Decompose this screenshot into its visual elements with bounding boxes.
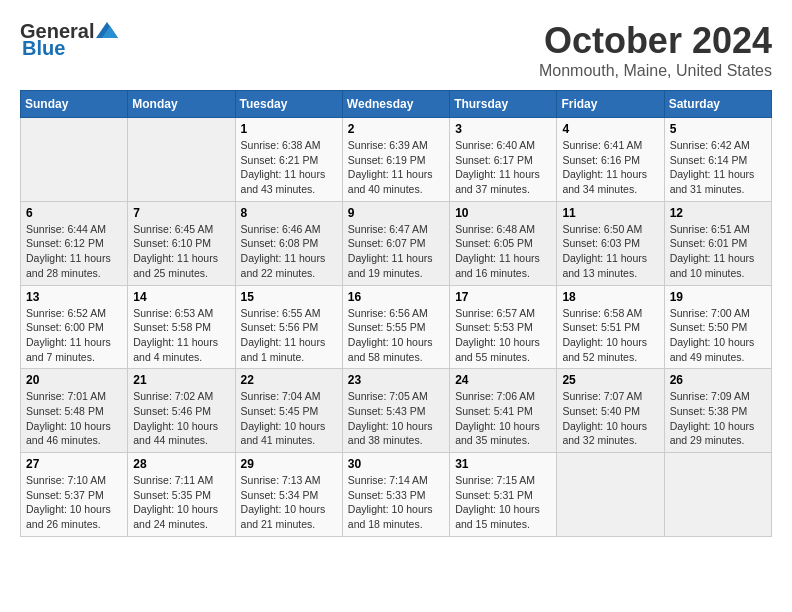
table-row: 30Sunrise: 7:14 AM Sunset: 5:33 PM Dayli… (342, 453, 449, 537)
day-info: Sunrise: 7:07 AM Sunset: 5:40 PM Dayligh… (562, 389, 658, 448)
table-row: 17Sunrise: 6:57 AM Sunset: 5:53 PM Dayli… (450, 285, 557, 369)
day-info: Sunrise: 7:00 AM Sunset: 5:50 PM Dayligh… (670, 306, 766, 365)
header-tuesday: Tuesday (235, 91, 342, 118)
weekday-header-row: Sunday Monday Tuesday Wednesday Thursday… (21, 91, 772, 118)
table-row: 13Sunrise: 6:52 AM Sunset: 6:00 PM Dayli… (21, 285, 128, 369)
page-header: General Blue October 2024 Monmouth, Main… (20, 20, 772, 80)
day-info: Sunrise: 6:38 AM Sunset: 6:21 PM Dayligh… (241, 138, 337, 197)
table-row: 19Sunrise: 7:00 AM Sunset: 5:50 PM Dayli… (664, 285, 771, 369)
logo-blue-text: Blue (22, 37, 65, 60)
day-info: Sunrise: 6:42 AM Sunset: 6:14 PM Dayligh… (670, 138, 766, 197)
day-info: Sunrise: 7:11 AM Sunset: 5:35 PM Dayligh… (133, 473, 229, 532)
day-number: 29 (241, 457, 337, 471)
day-number: 15 (241, 290, 337, 304)
day-number: 31 (455, 457, 551, 471)
calendar-week-1: 1Sunrise: 6:38 AM Sunset: 6:21 PM Daylig… (21, 118, 772, 202)
table-row: 26Sunrise: 7:09 AM Sunset: 5:38 PM Dayli… (664, 369, 771, 453)
day-info: Sunrise: 7:13 AM Sunset: 5:34 PM Dayligh… (241, 473, 337, 532)
table-row: 22Sunrise: 7:04 AM Sunset: 5:45 PM Dayli… (235, 369, 342, 453)
table-row: 29Sunrise: 7:13 AM Sunset: 5:34 PM Dayli… (235, 453, 342, 537)
day-number: 14 (133, 290, 229, 304)
day-number: 27 (26, 457, 122, 471)
table-row: 24Sunrise: 7:06 AM Sunset: 5:41 PM Dayli… (450, 369, 557, 453)
table-row: 31Sunrise: 7:15 AM Sunset: 5:31 PM Dayli… (450, 453, 557, 537)
table-row: 18Sunrise: 6:58 AM Sunset: 5:51 PM Dayli… (557, 285, 664, 369)
header-saturday: Saturday (664, 91, 771, 118)
day-number: 5 (670, 122, 766, 136)
day-info: Sunrise: 6:55 AM Sunset: 5:56 PM Dayligh… (241, 306, 337, 365)
day-info: Sunrise: 7:09 AM Sunset: 5:38 PM Dayligh… (670, 389, 766, 448)
table-row: 14Sunrise: 6:53 AM Sunset: 5:58 PM Dayli… (128, 285, 235, 369)
day-info: Sunrise: 6:41 AM Sunset: 6:16 PM Dayligh… (562, 138, 658, 197)
day-info: Sunrise: 7:14 AM Sunset: 5:33 PM Dayligh… (348, 473, 444, 532)
table-row (557, 453, 664, 537)
logo-icon (96, 22, 118, 38)
day-info: Sunrise: 7:04 AM Sunset: 5:45 PM Dayligh… (241, 389, 337, 448)
day-info: Sunrise: 6:40 AM Sunset: 6:17 PM Dayligh… (455, 138, 551, 197)
header-monday: Monday (128, 91, 235, 118)
header-thursday: Thursday (450, 91, 557, 118)
day-number: 20 (26, 373, 122, 387)
day-number: 9 (348, 206, 444, 220)
header-wednesday: Wednesday (342, 91, 449, 118)
calendar-week-3: 13Sunrise: 6:52 AM Sunset: 6:00 PM Dayli… (21, 285, 772, 369)
table-row: 28Sunrise: 7:11 AM Sunset: 5:35 PM Dayli… (128, 453, 235, 537)
table-row (128, 118, 235, 202)
day-info: Sunrise: 6:58 AM Sunset: 5:51 PM Dayligh… (562, 306, 658, 365)
day-info: Sunrise: 6:56 AM Sunset: 5:55 PM Dayligh… (348, 306, 444, 365)
day-info: Sunrise: 6:57 AM Sunset: 5:53 PM Dayligh… (455, 306, 551, 365)
table-row: 11Sunrise: 6:50 AM Sunset: 6:03 PM Dayli… (557, 201, 664, 285)
calendar-week-2: 6Sunrise: 6:44 AM Sunset: 6:12 PM Daylig… (21, 201, 772, 285)
day-number: 13 (26, 290, 122, 304)
table-row: 2Sunrise: 6:39 AM Sunset: 6:19 PM Daylig… (342, 118, 449, 202)
title-section: October 2024 Monmouth, Maine, United Sta… (539, 20, 772, 80)
day-number: 30 (348, 457, 444, 471)
table-row: 27Sunrise: 7:10 AM Sunset: 5:37 PM Dayli… (21, 453, 128, 537)
table-row: 10Sunrise: 6:48 AM Sunset: 6:05 PM Dayli… (450, 201, 557, 285)
table-row: 9Sunrise: 6:47 AM Sunset: 6:07 PM Daylig… (342, 201, 449, 285)
day-info: Sunrise: 6:51 AM Sunset: 6:01 PM Dayligh… (670, 222, 766, 281)
day-number: 24 (455, 373, 551, 387)
day-info: Sunrise: 7:01 AM Sunset: 5:48 PM Dayligh… (26, 389, 122, 448)
day-info: Sunrise: 6:48 AM Sunset: 6:05 PM Dayligh… (455, 222, 551, 281)
table-row (664, 453, 771, 537)
day-number: 22 (241, 373, 337, 387)
calendar-subtitle: Monmouth, Maine, United States (539, 62, 772, 80)
day-info: Sunrise: 6:47 AM Sunset: 6:07 PM Dayligh… (348, 222, 444, 281)
day-info: Sunrise: 6:45 AM Sunset: 6:10 PM Dayligh… (133, 222, 229, 281)
day-info: Sunrise: 7:02 AM Sunset: 5:46 PM Dayligh… (133, 389, 229, 448)
day-number: 2 (348, 122, 444, 136)
day-number: 4 (562, 122, 658, 136)
day-number: 18 (562, 290, 658, 304)
day-number: 11 (562, 206, 658, 220)
calendar-title: October 2024 (539, 20, 772, 62)
day-info: Sunrise: 6:52 AM Sunset: 6:00 PM Dayligh… (26, 306, 122, 365)
table-row: 6Sunrise: 6:44 AM Sunset: 6:12 PM Daylig… (21, 201, 128, 285)
day-info: Sunrise: 6:46 AM Sunset: 6:08 PM Dayligh… (241, 222, 337, 281)
day-number: 25 (562, 373, 658, 387)
table-row: 23Sunrise: 7:05 AM Sunset: 5:43 PM Dayli… (342, 369, 449, 453)
day-number: 23 (348, 373, 444, 387)
day-info: Sunrise: 6:39 AM Sunset: 6:19 PM Dayligh… (348, 138, 444, 197)
day-number: 16 (348, 290, 444, 304)
day-number: 1 (241, 122, 337, 136)
day-info: Sunrise: 7:10 AM Sunset: 5:37 PM Dayligh… (26, 473, 122, 532)
header-sunday: Sunday (21, 91, 128, 118)
table-row: 7Sunrise: 6:45 AM Sunset: 6:10 PM Daylig… (128, 201, 235, 285)
day-info: Sunrise: 7:15 AM Sunset: 5:31 PM Dayligh… (455, 473, 551, 532)
calendar-week-4: 20Sunrise: 7:01 AM Sunset: 5:48 PM Dayli… (21, 369, 772, 453)
day-info: Sunrise: 7:06 AM Sunset: 5:41 PM Dayligh… (455, 389, 551, 448)
day-number: 28 (133, 457, 229, 471)
calendar-table: Sunday Monday Tuesday Wednesday Thursday… (20, 90, 772, 537)
day-number: 6 (26, 206, 122, 220)
table-row: 20Sunrise: 7:01 AM Sunset: 5:48 PM Dayli… (21, 369, 128, 453)
table-row: 15Sunrise: 6:55 AM Sunset: 5:56 PM Dayli… (235, 285, 342, 369)
table-row: 12Sunrise: 6:51 AM Sunset: 6:01 PM Dayli… (664, 201, 771, 285)
table-row: 8Sunrise: 6:46 AM Sunset: 6:08 PM Daylig… (235, 201, 342, 285)
day-number: 21 (133, 373, 229, 387)
day-number: 17 (455, 290, 551, 304)
day-number: 10 (455, 206, 551, 220)
day-number: 8 (241, 206, 337, 220)
table-row: 16Sunrise: 6:56 AM Sunset: 5:55 PM Dayli… (342, 285, 449, 369)
logo: General Blue (20, 20, 118, 60)
